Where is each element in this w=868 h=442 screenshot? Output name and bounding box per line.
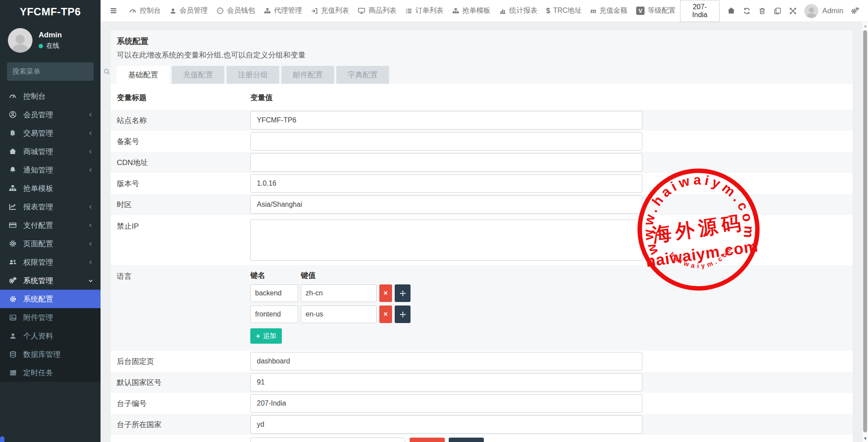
vimeo-icon: V	[636, 7, 645, 15]
append-row-button[interactable]: + 追加	[250, 328, 282, 344]
tab-dictionary-config[interactable]: 字典配置	[336, 66, 389, 84]
tab-mail-config[interactable]: 邮件配置	[281, 66, 334, 84]
fullscreen-arrows-icon[interactable]	[789, 7, 797, 15]
site-select-button[interactable]: 207-India	[680, 0, 720, 22]
value-header: 键值	[301, 270, 377, 280]
sidebar-item-notify[interactable]: 通知管理	[0, 161, 101, 179]
delete-row-button[interactable]: ×	[379, 305, 392, 323]
home-icon[interactable]	[727, 7, 735, 15]
cdn-url-input[interactable]	[250, 153, 642, 172]
bitcoin-icon: ฿	[8, 129, 18, 137]
page-scrollbar[interactable]: ▲ ▼	[863, 22, 868, 442]
config-tabs: 基础配置 充值配置 注册分组 邮件配置 字典配置	[117, 66, 846, 84]
sidebar-scrollbar-thumb[interactable]	[0, 436, 4, 442]
sidebar-search[interactable]	[7, 62, 94, 81]
monero-icon: m	[591, 7, 596, 15]
chevron-left-icon	[88, 149, 94, 155]
icp-input[interactable]	[250, 132, 642, 151]
sidebar-item-payment[interactable]: 支付配置	[0, 216, 101, 234]
nav-level-config[interactable]: V 等级配置	[632, 6, 680, 15]
chevron-left-icon	[88, 259, 94, 265]
trash-icon[interactable]	[758, 7, 766, 15]
nav-wallets[interactable]: 会员钱包	[212, 6, 259, 15]
kv-key-input[interactable]	[250, 305, 298, 323]
sidebar-item-mall[interactable]: 商城管理	[0, 142, 101, 161]
form-row-country-code: 默认国家区号	[111, 372, 853, 393]
choose-button[interactable]: 选择	[449, 438, 484, 442]
wallet-circle-icon	[216, 7, 224, 14]
nav-statistics[interactable]: 统计报表	[495, 6, 542, 15]
fixed-page-input[interactable]	[250, 352, 642, 370]
sidebar-item-trade[interactable]: ฿ 交易管理	[0, 124, 101, 142]
nav-orders[interactable]: 订单列表	[401, 6, 448, 15]
kv-row-frontend: ×	[250, 305, 411, 323]
image-icon	[8, 314, 18, 321]
form-row-site-name: 站点名称	[111, 110, 853, 131]
sidebar-item-members[interactable]: 会员管理	[0, 105, 101, 124]
login-bg-path-input[interactable]	[250, 438, 405, 442]
nav-trc-address[interactable]: $ TRC地址	[542, 6, 586, 15]
drag-row-button[interactable]	[395, 305, 411, 323]
upload-button[interactable]: 上传	[410, 438, 445, 442]
gauge-icon	[8, 92, 18, 100]
timezone-input[interactable]	[250, 195, 642, 214]
form-row-timezone: 时区	[111, 194, 853, 215]
forbidden-ip-textarea[interactable]	[250, 219, 642, 261]
field-label: 台子所在国家	[117, 420, 250, 430]
nav-recharge-list[interactable]: 充值列表	[306, 6, 353, 15]
form-row-login-bg: 登录页背景图 上传 选择	[111, 435, 853, 442]
chevron-left-icon	[88, 204, 94, 210]
kv-key-input[interactable]	[250, 284, 298, 302]
cogs-icon[interactable]	[851, 7, 859, 15]
sidebar-menu: 控制台 会员管理 ฿ 交易管理 商城管理 通知管理 抢单模板 报表管理	[0, 87, 101, 290]
column-header-value: 变量值	[250, 93, 846, 103]
tab-register-group[interactable]: 注册分组	[227, 66, 279, 84]
form-row-fixed-page: 后台固定页	[111, 351, 853, 372]
sidebar-item-reports[interactable]: 报表管理	[0, 198, 101, 216]
sidebar-subitem-cron[interactable]: 定时任务	[0, 363, 101, 382]
platform-number-input[interactable]	[250, 394, 642, 413]
tab-basic-config[interactable]: 基础配置	[117, 66, 169, 84]
delete-row-button[interactable]: ×	[379, 284, 392, 302]
sidebar-item-system[interactable]: 系统管理	[0, 271, 101, 290]
platform-country-input[interactable]	[250, 415, 642, 434]
menu-toggle-icon[interactable]	[102, 7, 125, 15]
sidebar-item-dashboard[interactable]: 控制台	[0, 87, 101, 105]
search-icon[interactable]	[103, 68, 110, 75]
scrollbar-thumb[interactable]	[863, 30, 867, 432]
kv-row-backend: ×	[250, 284, 411, 302]
refresh-icon[interactable]	[743, 7, 751, 15]
sidebar-subitem-attachments[interactable]: 附件管理	[0, 308, 101, 327]
sidebar-subitem-system-config[interactable]: 系统配置	[0, 290, 101, 308]
nav-order-template[interactable]: 抢单模板	[448, 6, 495, 15]
drag-row-button[interactable]	[395, 284, 411, 302]
country-code-input[interactable]	[250, 373, 642, 392]
copy-docs-icon[interactable]	[774, 7, 782, 15]
kv-value-input[interactable]	[301, 305, 377, 323]
key-header: 键名	[250, 270, 298, 280]
search-input[interactable]	[12, 68, 103, 75]
scrollbar-up-arrow[interactable]: ▲	[863, 24, 868, 28]
desktop-icon	[358, 7, 365, 14]
sidebar-subitem-profile[interactable]: 个人资料	[0, 327, 101, 345]
form-row-forbidden-ip: 禁止IP	[111, 215, 853, 265]
sidebar-item-permissions[interactable]: 权限管理	[0, 253, 101, 271]
version-input[interactable]	[250, 174, 642, 193]
nav-members[interactable]: 会员管理	[165, 6, 212, 15]
nav-agents[interactable]: 代理管理	[259, 6, 306, 15]
sidebar-item-order-template[interactable]: 抢单模板	[0, 179, 101, 198]
scrollbar-down-arrow[interactable]: ▼	[863, 436, 868, 441]
sidebar-item-page-config[interactable]: 页面配置	[0, 234, 101, 253]
nav-dashboard[interactable]: 控制台	[125, 6, 165, 15]
nav-products[interactable]: 商品列表	[353, 6, 401, 15]
navbar-user-menu[interactable]: Admin	[804, 4, 843, 18]
field-label: 站点名称	[117, 115, 250, 126]
chevron-left-icon	[88, 167, 94, 173]
tab-recharge-config[interactable]: 充值配置	[172, 66, 224, 84]
avatar	[8, 28, 32, 53]
nav-recharge-amount[interactable]: m 充值金额	[586, 6, 632, 15]
panel-body: 变量标题 变量值 站点名称 备案号 CDN地址	[111, 84, 853, 442]
site-name-input[interactable]	[250, 111, 642, 129]
sidebar-subitem-database[interactable]: 数据库管理	[0, 345, 101, 363]
kv-value-input[interactable]	[301, 284, 377, 302]
